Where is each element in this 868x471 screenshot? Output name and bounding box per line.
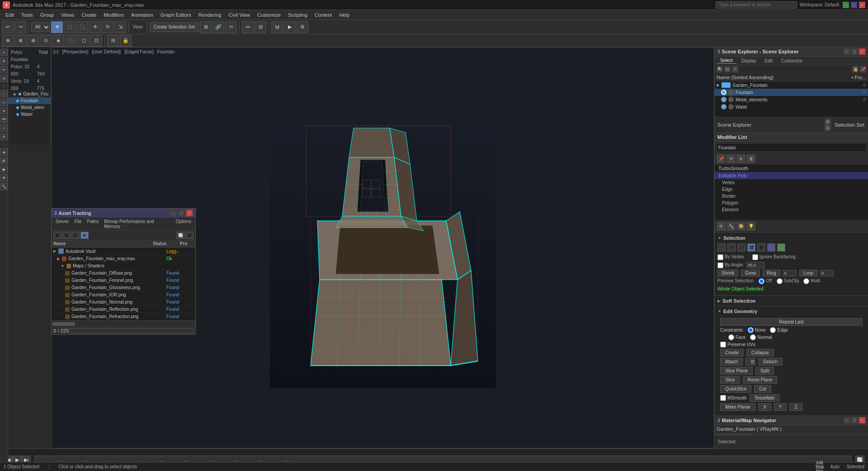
- at-maximize-btn[interactable]: □: [178, 210, 184, 216]
- modifier-search-input[interactable]: [716, 143, 867, 152]
- ch-btn4[interactable]: 💡: [746, 222, 755, 231]
- se-tab-display[interactable]: Display: [738, 58, 760, 64]
- at-tb-btn5[interactable]: 🔄: [176, 232, 184, 239]
- se-close-filter-btn[interactable]: ×: [732, 66, 738, 72]
- by-vertex-label[interactable]: By Vertex: [717, 253, 744, 261]
- se-tab-customize[interactable]: Customize: [778, 58, 806, 64]
- menu-views[interactable]: Views: [57, 11, 78, 19]
- tb-mirror-btn[interactable]: ⇔: [242, 21, 254, 33]
- se-bottom-btn2[interactable]: ⊟: [825, 125, 831, 131]
- se-pin-btn[interactable]: 📌: [860, 66, 866, 72]
- tb2-btn1[interactable]: ⊕: [2, 35, 14, 47]
- loop-input[interactable]: [820, 270, 834, 276]
- tb2-btn5[interactable]: ◈: [52, 35, 64, 47]
- tb-align-btn[interactable]: ⊟: [255, 21, 266, 33]
- constraint-edge[interactable]: [770, 327, 776, 333]
- cut-btn[interactable]: Cut: [754, 385, 771, 393]
- minimize-button[interactable]: −: [843, 2, 849, 8]
- soft-sel-header[interactable]: ▶ Soft Selection: [717, 297, 865, 304]
- preview-multi-radio[interactable]: [803, 278, 809, 284]
- se-search-btn[interactable]: 🔍: [717, 66, 723, 72]
- mat-minimize-btn[interactable]: −: [844, 417, 850, 423]
- normal-label[interactable]: Normal: [750, 334, 772, 340]
- by-angle-check[interactable]: [717, 262, 723, 268]
- slice-plane-btn[interactable]: Slice Plane: [720, 367, 753, 375]
- mod-sub-vertex[interactable]: Vertex: [715, 179, 868, 186]
- mod-icon-pin[interactable]: 📌: [717, 154, 726, 163]
- tb2-lock-btn[interactable]: 🔒: [120, 35, 132, 47]
- selection-header[interactable]: ▼ Selection: [717, 234, 865, 242]
- preview-off-radio[interactable]: [759, 278, 764, 284]
- menu-edit[interactable]: Edit: [2, 11, 18, 19]
- at-row-maxfile[interactable]: ▶ Garden_Fountain_max_vray.max Ok: [52, 255, 195, 262]
- ch-btn3[interactable]: 🎨: [736, 222, 745, 231]
- redo-button[interactable]: ↪: [14, 21, 26, 33]
- at-tb-btn4-active[interactable]: ⊕: [80, 232, 89, 239]
- se-filter-btn[interactable]: ⊟: [724, 66, 731, 72]
- constraint-none[interactable]: [748, 327, 754, 333]
- at-row-fresnel-map[interactable]: Garden_Fountain_Fresnel.png Found: [52, 277, 195, 284]
- sel-dot1[interactable]: [767, 243, 775, 252]
- create-selection-button[interactable]: Create Selection Set: [150, 22, 199, 32]
- tb-render-btn[interactable]: ▶: [284, 21, 296, 33]
- lp-motion-btn[interactable]: ▶: [0, 166, 8, 173]
- asset-tracking-window[interactable]: 3 Asset Tracking − □ × Server File Paths…: [51, 208, 196, 335]
- mod-sub-edge[interactable]: Edge: [715, 186, 868, 193]
- se-row-water[interactable]: Water: [715, 103, 868, 110]
- create-btn[interactable]: Create: [720, 349, 744, 357]
- select-btn[interactable]: ✥: [51, 21, 63, 33]
- constraint-face[interactable]: [728, 334, 734, 340]
- ch-btn1[interactable]: ⚙: [717, 222, 726, 231]
- msmooth-check[interactable]: [720, 395, 726, 401]
- quickslice-btn[interactable]: QuickSlice: [720, 385, 751, 393]
- x-btn[interactable]: X: [758, 403, 771, 411]
- mod-icon-delete[interactable]: 🗑: [746, 154, 755, 163]
- slice-btn[interactable]: Slice: [720, 376, 740, 384]
- ignore-backfacing-label[interactable]: Ignore Backfacing: [752, 253, 796, 261]
- sel-vertex-btn[interactable]: ·: [717, 243, 726, 252]
- filter-dropdown[interactable]: All: [31, 22, 50, 32]
- at-row-vault[interactable]: ▶ Autodesk Vault Logg...: [52, 247, 195, 255]
- constraint-normal[interactable]: [750, 334, 756, 340]
- se-close-btn[interactable]: ×: [859, 48, 865, 55]
- at-tb-btn6[interactable]: ⚙: [185, 232, 193, 239]
- se-minimize-btn[interactable]: −: [844, 48, 850, 55]
- at-tb-btn1[interactable]: ⊞: [53, 232, 61, 239]
- shrink-btn[interactable]: Shrink: [717, 270, 738, 276]
- se-tab-edit[interactable]: Edit: [761, 58, 776, 64]
- reset-plane-btn[interactable]: Reset Plane: [743, 376, 777, 384]
- se-maximize-btn[interactable]: □: [851, 48, 858, 55]
- mod-turbosmoothh[interactable]: TurboSmooth: [715, 165, 868, 172]
- loop-btn[interactable]: Loop: [799, 270, 817, 276]
- menu-help[interactable]: Help: [335, 11, 353, 19]
- sel-element-btn[interactable]: ⊞: [757, 243, 765, 252]
- lp-model-btn[interactable]: ⬚: [0, 90, 8, 97]
- attach-list-btn[interactable]: ☰: [745, 358, 755, 366]
- lp-rotate-btn[interactable]: ↻: [0, 66, 8, 73]
- sel-border-btn[interactable]: ⬚: [737, 243, 745, 252]
- at-menu-bitmap[interactable]: Bitmap Performance and Memory: [102, 219, 172, 229]
- menu-customize[interactable]: Customize: [254, 11, 284, 19]
- at-row-ior-map[interactable]: Garden_Fountain_IOR.png Found: [52, 291, 195, 299]
- lp-select-btn[interactable]: ↗: [0, 49, 8, 56]
- y-btn[interactable]: Y: [774, 403, 787, 411]
- edge-label[interactable]: Edge: [770, 327, 788, 333]
- window-crossing-btn[interactable]: ⬛: [76, 21, 88, 33]
- menu-content[interactable]: Content: [311, 11, 336, 19]
- repeat-last-btn[interactable]: Repeat Last: [720, 318, 863, 326]
- lp-shape-btn[interactable]: ⬡: [0, 99, 8, 106]
- menu-create[interactable]: Create: [78, 11, 100, 19]
- at-tb-btn3[interactable]: ⊡: [71, 232, 80, 239]
- undo-button[interactable]: ↩: [2, 21, 14, 33]
- at-close-btn[interactable]: ×: [186, 210, 193, 216]
- at-row-diffuse-map[interactable]: Garden_Fountain_Diffuse.png Found: [52, 270, 195, 277]
- lp-hierarchy-btn[interactable]: ⊞: [0, 157, 8, 164]
- mat-close-btn[interactable]: ×: [859, 417, 865, 423]
- lp-utility-btn[interactable]: 🔧: [0, 183, 8, 190]
- grow-btn[interactable]: Grow: [741, 270, 760, 276]
- tb2-btn2[interactable]: ⊗: [14, 35, 26, 47]
- tb2-selection-btn[interactable]: ⊟: [107, 35, 119, 47]
- tb-link-btn[interactable]: 🔗: [212, 21, 224, 33]
- sel-polygon-btn[interactable]: ⬛: [747, 243, 755, 252]
- mod-sub-polygon[interactable]: Polygon: [715, 200, 868, 206]
